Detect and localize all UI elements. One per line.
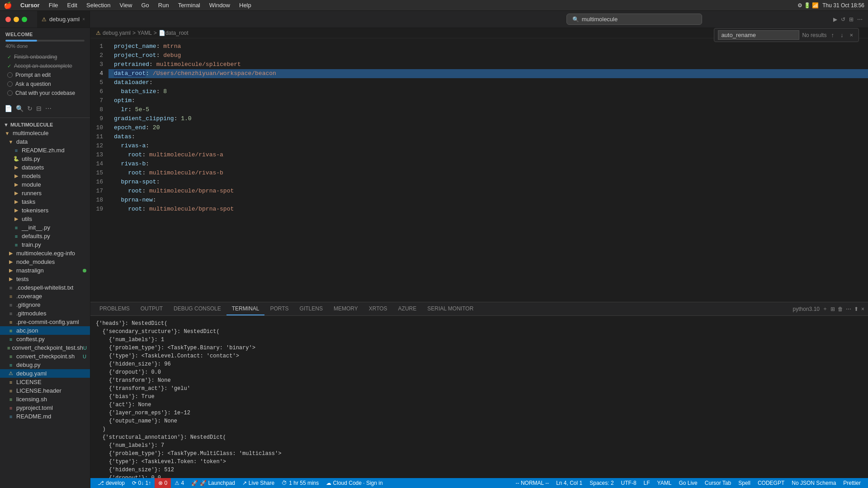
tree-item-debug-py[interactable]: ≡ debug.py: [0, 361, 90, 369]
status-cursor-tab[interactable]: Cursor Tab: [701, 478, 735, 488]
tree-item-multimolecule[interactable]: ▼ multimolecule: [0, 129, 90, 137]
tree-item-convert-checkpoint-test[interactable]: ≡ convert_checkpoint_test.sh U: [0, 343, 90, 352]
more-terminal-icon[interactable]: ⋯: [846, 306, 851, 312]
menu-selection[interactable]: Selection: [83, 0, 114, 10]
menu-edit[interactable]: Edit: [64, 0, 81, 10]
sidebar-action-ask-question[interactable]: Ask a question: [5, 80, 85, 89]
panel-tab-debug-console[interactable]: DEBUG CONSOLE: [168, 302, 226, 315]
status-line-col[interactable]: Ln 4, Col 1: [552, 478, 586, 488]
tab-close-button[interactable]: ×: [82, 17, 85, 22]
panel-tab-ports[interactable]: PORTS: [264, 302, 294, 315]
tree-item-rnastralign[interactable]: ▶ rnastralign: [0, 266, 90, 275]
tree-item-pyproject[interactable]: ≡ pyproject.toml: [0, 404, 90, 412]
status-go-live[interactable]: Go Live: [675, 478, 701, 488]
status-language[interactable]: YAML: [654, 478, 675, 488]
status-time[interactable]: ⏱ 1 hr 55 mins: [278, 478, 322, 488]
menu-view[interactable]: View: [116, 0, 136, 10]
find-prev-button[interactable]: ↑: [829, 31, 836, 39]
tree-item-coverage[interactable]: ≡ .coverage: [0, 292, 90, 300]
search-files-icon[interactable]: 🔍: [15, 104, 24, 113]
more-files-icon[interactable]: ⋯: [44, 104, 52, 113]
tab-debug-yaml[interactable]: ⚠ debug.yaml ×: [37, 11, 90, 28]
status-codegpt[interactable]: CODEGPT: [754, 478, 788, 488]
tree-item-utils[interactable]: ▶ utils: [0, 215, 90, 223]
status-launchpad[interactable]: 🚀 🚀 Launchpad: [188, 478, 239, 488]
history-icon[interactable]: ↺: [841, 16, 845, 23]
panel-tab-problems[interactable]: PROBLEMS: [94, 302, 135, 315]
panel-tab-xrtos[interactable]: XRTOS: [363, 302, 393, 315]
menu-terminal[interactable]: Terminal: [175, 0, 204, 10]
tree-item-models[interactable]: ▶ models: [0, 172, 90, 180]
tree-item-train[interactable]: ≡ train.py: [0, 240, 90, 249]
tree-item-gitmodules[interactable]: ≡ .gitmodules: [0, 309, 90, 318]
status-json-validate[interactable]: No JSON Schema: [788, 478, 840, 488]
tree-item-tokenisers[interactable]: ▶ tokenisers: [0, 206, 90, 215]
status-spell[interactable]: Spell: [735, 478, 754, 488]
trash-terminal-icon[interactable]: 🗑: [838, 306, 843, 312]
tree-item-datasets[interactable]: ▶ datasets: [0, 163, 90, 172]
sidebar-action-chat-codebase[interactable]: Chat with your codebase: [5, 89, 85, 98]
terminal-content[interactable]: {'heads'}: NestedDict( {'secondary_struc…: [90, 316, 868, 478]
maximize-button[interactable]: [22, 17, 27, 22]
find-next-button[interactable]: ↓: [839, 31, 845, 39]
tree-item-runners[interactable]: ▶ runners: [0, 189, 90, 197]
panel-tab-azure[interactable]: AZURE: [393, 302, 422, 315]
run-icon[interactable]: ▶: [833, 16, 837, 23]
tree-item-license-header[interactable]: ≡ LICENSE.header: [0, 386, 90, 395]
new-file-icon[interactable]: 📄: [4, 104, 13, 113]
sidebar-action-accept-autocomplete[interactable]: ✓ Accept an autocomplete: [5, 61, 85, 70]
menu-go[interactable]: Go: [137, 0, 152, 10]
collapse-icon[interactable]: ⊟: [35, 104, 42, 113]
close-button[interactable]: [5, 17, 11, 22]
status-warnings[interactable]: ⚠ 4: [171, 478, 188, 488]
tree-item-gitignore[interactable]: ≡ .gitignore: [0, 300, 90, 309]
more-icon[interactable]: ⋯: [857, 16, 863, 23]
tree-item-license[interactable]: ≡ LICENSE: [0, 378, 90, 386]
split-terminal-icon[interactable]: ⊞: [830, 306, 835, 312]
status-errors[interactable]: ⊗ 0: [155, 478, 171, 488]
status-branch[interactable]: ⎇ develop: [94, 478, 128, 488]
find-input[interactable]: [718, 30, 799, 40]
refresh-icon[interactable]: ↻: [26, 104, 33, 113]
status-live-share[interactable]: ↗ Live Share: [239, 478, 278, 488]
status-spaces[interactable]: Spaces: 2: [586, 478, 617, 488]
layout-icon[interactable]: ⊞: [849, 16, 854, 23]
add-terminal-icon[interactable]: ＋: [822, 305, 828, 313]
panel-tab-gitlens[interactable]: GITLENS: [294, 302, 328, 315]
tree-item-readme[interactable]: ≡ README.md: [0, 412, 90, 421]
panel-tab-memory[interactable]: MEMORY: [328, 302, 363, 315]
tree-item-abc-json[interactable]: ≡ abc.json: [0, 326, 90, 335]
tree-item-init[interactable]: ≡ __init__.py: [0, 223, 90, 232]
maximize-panel-icon[interactable]: ⬆: [854, 306, 859, 312]
sidebar-action-finish-onboarding[interactable]: ✓ Finish onboarding: [5, 52, 85, 61]
apple-icon[interactable]: 🍎: [4, 1, 12, 9]
menu-help[interactable]: Help: [236, 0, 255, 10]
tree-item-licensing-sh[interactable]: ≡ licensing.sh: [0, 395, 90, 404]
tree-item-debug-yaml[interactable]: ⚠ debug.yaml: [0, 369, 90, 378]
menu-window[interactable]: Window: [206, 0, 234, 10]
tree-item-tasks[interactable]: ▶ tasks: [0, 197, 90, 206]
panel-tab-serial-monitor[interactable]: SERIAL MONITOR: [422, 302, 479, 315]
tree-item-tests[interactable]: ▶ tests: [0, 275, 90, 283]
breadcrumb-file[interactable]: debug.yaml: [103, 30, 131, 36]
tree-item-node-modules[interactable]: ▶ node_modules: [0, 258, 90, 266]
menu-cursor[interactable]: Cursor: [17, 0, 43, 10]
breadcrumb-yaml[interactable]: YAML: [137, 30, 152, 36]
sidebar-action-prompt-edit[interactable]: Prompt an edit: [5, 70, 85, 80]
status-line-ending[interactable]: LF: [640, 478, 654, 488]
status-prettier[interactable]: Prettier: [840, 478, 864, 488]
tree-item-convert-checkpoint[interactable]: ≡ convert_checkpoint.sh U: [0, 352, 90, 361]
panel-tab-terminal[interactable]: TERMINAL: [226, 302, 265, 315]
tree-item-data[interactable]: ▼ data: [0, 137, 90, 146]
status-sync[interactable]: ⟳ 0↓ 1↑: [128, 478, 155, 488]
tree-item-readme-zh[interactable]: ≡ README.zh.md: [0, 146, 90, 155]
panel-tab-output[interactable]: OUTPUT: [135, 302, 168, 315]
menu-file[interactable]: File: [45, 0, 62, 10]
code-content[interactable]: project_name: mtrna project_root: debug …: [108, 38, 868, 302]
search-input[interactable]: 🔍 multimolecule: [566, 14, 702, 25]
explorer-section-header[interactable]: ▼ MULTIMOLECULE: [0, 121, 90, 129]
tree-item-conftest[interactable]: ≡ conftest.py: [0, 335, 90, 343]
tree-item-utils-py[interactable]: 🐍 utils.py: [0, 155, 90, 163]
tree-item-pre-commit[interactable]: ≡ .pre-commit-config.yaml: [0, 318, 90, 326]
tree-item-module[interactable]: ▶ module: [0, 180, 90, 189]
